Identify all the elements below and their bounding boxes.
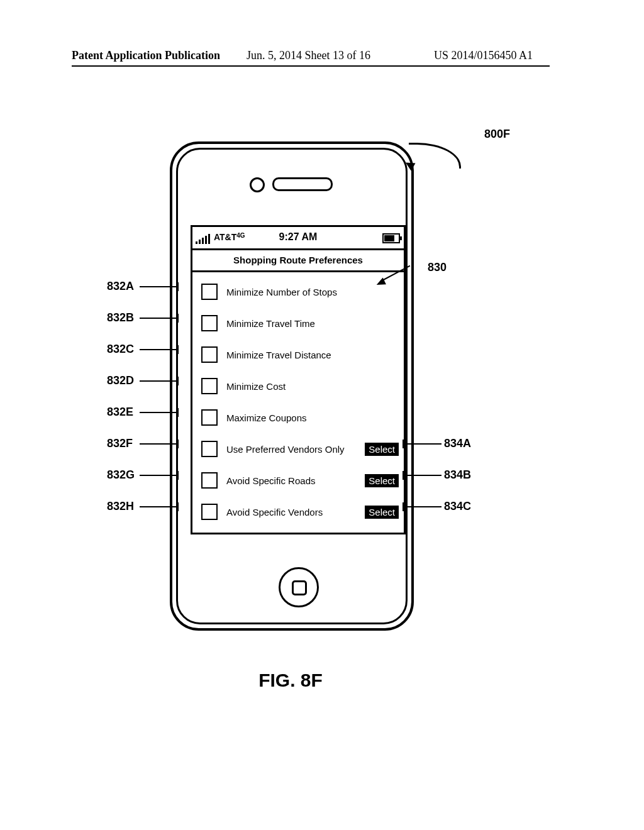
home-button[interactable] — [279, 567, 319, 607]
lead-tic — [177, 345, 179, 354]
callout-832a: 832A — [107, 280, 134, 293]
select-button[interactable]: Select — [365, 506, 399, 519]
lead-tic — [177, 314, 179, 323]
callout-832d: 832D — [107, 374, 134, 387]
phone-inner-outline: AT&T4G 9:27 AM Shopping Route Preference… — [176, 148, 408, 624]
callout-832c: 832C — [107, 343, 134, 356]
lead-line — [404, 443, 441, 445]
lead-line — [140, 506, 177, 507]
list-item: Minimize Travel Distance — [192, 339, 404, 370]
callout-800f: 800F — [484, 128, 510, 141]
speaker-slot — [272, 177, 333, 191]
screen-title: Shopping Route Preferences — [192, 250, 404, 272]
phone-screen: AT&T4G 9:27 AM Shopping Route Preference… — [191, 225, 406, 534]
callout-832h: 832H — [107, 500, 134, 513]
lead-line — [404, 475, 441, 476]
callout-834b: 834B — [444, 468, 471, 482]
checkbox[interactable] — [201, 441, 218, 457]
row-label: Use Preferred Vendors Only — [226, 444, 362, 455]
clock-label: 9:27 AM — [192, 231, 404, 243]
lead-tic — [177, 502, 179, 511]
row-label: Maximize Coupons — [226, 412, 399, 423]
lead-line — [140, 286, 177, 287]
checkbox[interactable] — [201, 315, 218, 331]
callout-834a: 834A — [444, 437, 471, 450]
lead-tic — [177, 377, 179, 385]
select-button[interactable]: Select — [365, 443, 399, 456]
lead-line — [404, 506, 441, 507]
row-label: Minimize Cost — [226, 381, 399, 392]
battery-icon — [382, 233, 400, 243]
callout-832f: 832F — [107, 437, 133, 450]
row-label: Avoid Specific Roads — [226, 475, 362, 486]
lead-tic — [177, 282, 179, 291]
callout-834c: 834C — [444, 500, 471, 513]
list-item: Use Preferred Vendors Only Select — [192, 433, 404, 465]
row-label: Minimize Travel Distance — [226, 350, 399, 360]
list-item: Maximize Coupons — [192, 402, 404, 433]
lead-tic — [402, 440, 404, 448]
lead-line — [140, 475, 177, 476]
lead-line — [140, 349, 177, 350]
checkbox[interactable] — [201, 472, 218, 489]
callout-832e: 832E — [107, 406, 133, 419]
header-right: US 2014/0156450 A1 — [434, 49, 533, 62]
callout-arrow-830 — [374, 269, 411, 270]
row-label: Minimize Number of Stops — [226, 287, 399, 297]
list-item: Minimize Number of Stops — [192, 276, 404, 307]
lead-tic — [402, 471, 404, 480]
list-item: Avoid Specific Roads Select — [192, 465, 404, 496]
lead-line — [140, 318, 177, 319]
row-label: Minimize Travel Time — [226, 318, 399, 329]
list-item: Minimize Travel Time — [192, 307, 404, 339]
preferences-list: Minimize Number of Stops Minimize Travel… — [192, 272, 404, 533]
callout-832b: 832B — [107, 311, 134, 324]
camera-icon — [250, 177, 265, 192]
checkbox[interactable] — [201, 284, 218, 300]
checkbox[interactable] — [201, 409, 218, 426]
callout-832g: 832G — [107, 468, 135, 482]
checkbox[interactable] — [201, 378, 218, 394]
lead-tic — [177, 471, 179, 480]
checkbox[interactable] — [201, 504, 218, 520]
figure-caption: FIG. 8F — [0, 670, 581, 691]
lead-tic — [177, 408, 179, 417]
lead-line — [140, 380, 177, 382]
header-rule — [72, 65, 550, 67]
row-label: Avoid Specific Vendors — [226, 507, 362, 517]
status-bar: AT&T4G 9:27 AM — [192, 227, 404, 250]
lead-tic — [177, 440, 179, 448]
lead-line — [140, 443, 177, 445]
lead-line — [140, 412, 177, 413]
callout-830: 830 — [428, 261, 447, 274]
phone-outline: AT&T4G 9:27 AM Shopping Route Preference… — [170, 141, 414, 631]
header-left: Patent Application Publication — [72, 49, 220, 62]
checkbox[interactable] — [201, 346, 218, 363]
list-item: Avoid Specific Vendors Select — [192, 496, 404, 528]
lead-tic — [402, 502, 404, 511]
select-button[interactable]: Select — [365, 474, 399, 487]
header-center: Jun. 5, 2014 Sheet 13 of 16 — [247, 49, 370, 62]
list-item: Minimize Cost — [192, 370, 404, 402]
